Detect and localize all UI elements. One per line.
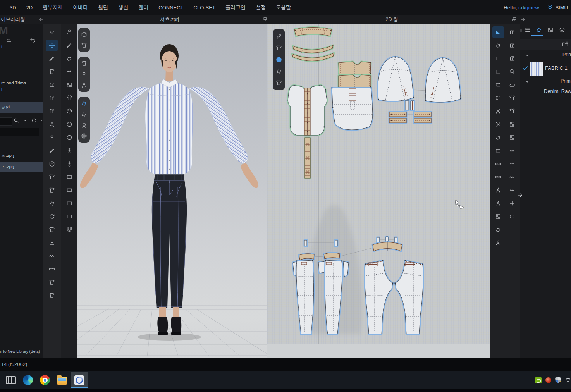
style-line-icon[interactable]: [46, 145, 58, 156]
taskbar-clo-3d[interactable]: [71, 372, 88, 388]
free-sewing-2d-icon[interactable]: [506, 40, 518, 51]
library-item[interactable]: re and Trims: [0, 80, 43, 86]
trace-pattern-icon[interactable]: [492, 132, 504, 143]
wifi-icon[interactable]: [565, 378, 571, 382]
fabric-section[interactable]: Prim: [520, 52, 571, 60]
windows-security-icon[interactable]: [555, 377, 561, 383]
unfold-pattern-icon[interactable]: [492, 53, 504, 64]
elastic-band-icon[interactable]: [506, 184, 518, 196]
pin-tack-icon[interactable]: [46, 132, 58, 143]
pattern-collar-curves[interactable]: [292, 45, 334, 64]
edit-sewing-icon[interactable]: [46, 105, 58, 117]
magnet-pin-icon[interactable]: [64, 224, 75, 236]
measure-vertical-icon[interactable]: [492, 158, 504, 170]
cloth-pattern-icon[interactable]: [492, 145, 504, 156]
collapse-caret-icon[interactable]: [526, 55, 529, 58]
fabric-name[interactable]: Denim_Raw: [544, 88, 571, 94]
edit-dart-icon[interactable]: [64, 40, 75, 51]
add-icon[interactable]: [17, 36, 24, 43]
edit-pattern-icon[interactable]: [492, 40, 504, 51]
menu-렌더[interactable]: 렌더: [133, 4, 153, 11]
rotate-fold-icon[interactable]: [46, 211, 58, 222]
detect-sewing-icon[interactable]: [506, 66, 518, 77]
fabric-row[interactable]: FABRIC 1: [520, 60, 571, 77]
make-dart-icon[interactable]: [64, 53, 75, 64]
colorway-icon[interactable]: [79, 40, 89, 50]
measure-curve-icon[interactable]: [46, 250, 58, 262]
text-style-icon[interactable]: [492, 198, 504, 209]
trim-a-icon[interactable]: [64, 171, 75, 183]
lift-pattern-icon[interactable]: [46, 237, 58, 249]
segment-sewing-icon[interactable]: [46, 79, 58, 91]
steam-fold-icon[interactable]: [506, 211, 518, 222]
pattern-tab-icon[interactable]: [546, 25, 555, 34]
render-style-icon[interactable]: [79, 29, 89, 40]
edit-sewing-2d-icon[interactable]: [506, 53, 518, 64]
filter-caret-icon[interactable]: [22, 117, 28, 124]
menu-2d[interactable]: 2D: [21, 5, 38, 10]
library-item[interactable]: l: [0, 87, 43, 93]
fabric-thickness-icon[interactable]: [79, 98, 89, 108]
library-item-selected[interactable]: 교안: [0, 102, 43, 113]
float-3d-window-icon[interactable]: [262, 17, 267, 22]
menu-아바타[interactable]: 아바타: [68, 4, 93, 11]
edit-curve-pen-icon[interactable]: [274, 31, 284, 41]
quilt-garment-icon[interactable]: [506, 132, 518, 143]
fabric-shell-icon[interactable]: [79, 109, 89, 119]
grab-garment-icon[interactable]: [506, 105, 518, 117]
pattern-on-avatar-icon[interactable]: [492, 237, 504, 249]
patch-add-icon[interactable]: [506, 198, 518, 209]
pattern-sleeve-right[interactable]: [425, 58, 461, 103]
library-item[interactable]: t: [0, 43, 43, 50]
fabric-swatch[interactable]: [530, 62, 543, 76]
pattern-sleeve-left[interactable]: [378, 57, 414, 101]
float-2d-window-icon[interactable]: [511, 17, 517, 22]
trim-c-icon[interactable]: [64, 198, 75, 209]
free-sewing-icon[interactable]: [46, 92, 58, 104]
rectangle-pattern-icon[interactable]: [492, 66, 504, 77]
check-icon[interactable]: [522, 65, 528, 71]
measure-garment-icon[interactable]: [46, 277, 58, 288]
select-move-icon[interactable]: [46, 40, 58, 51]
avatar-walk-icon[interactable]: [64, 26, 75, 38]
measure-horizontal-icon[interactable]: [492, 171, 504, 183]
texture-grid-icon[interactable]: [64, 79, 75, 91]
account-greeting[interactable]: Hello, crkginew: [504, 5, 539, 10]
divide-pattern-icon[interactable]: [492, 119, 504, 130]
segment-sewing-2d-icon[interactable]: [506, 26, 518, 38]
fabric-section-2[interactable]: Prima: [520, 78, 571, 86]
magnifier-red-icon[interactable]: [545, 377, 551, 383]
taskbar-edge[interactable]: [19, 372, 36, 388]
fold-fabric-icon[interactable]: [46, 198, 58, 209]
avatar-skin-icon[interactable]: [79, 120, 89, 130]
show-map-icon[interactable]: [79, 131, 89, 141]
library-filter-box[interactable]: [0, 128, 39, 136]
rounded-pattern-icon[interactable]: [492, 79, 504, 91]
button-icon[interactable]: [64, 105, 75, 117]
panel-drag-handle[interactable]: [518, 27, 523, 34]
avatar[interactable]: [80, 44, 258, 341]
show-garment-icon[interactable]: [79, 58, 89, 69]
pattern-yokes[interactable]: [339, 62, 371, 87]
taskbar-file-explorer[interactable]: [53, 372, 71, 388]
mesh-garment-icon[interactable]: [506, 119, 518, 130]
trim-tab-icon[interactable]: [569, 25, 571, 34]
show-base-pattern-icon[interactable]: [274, 78, 284, 88]
texture-garment-icon[interactable]: [64, 92, 75, 104]
back-arrow-icon[interactable]: [38, 17, 44, 22]
swap-fabric-icon[interactable]: [492, 224, 504, 236]
expand-panel-top-icon[interactable]: [520, 17, 525, 22]
simulate-button[interactable]: SIMU: [547, 4, 568, 10]
menu-원부자재[interactable]: 원부자재: [38, 4, 68, 11]
menu-3d[interactable]: 3D: [5, 5, 21, 10]
shirring-icon[interactable]: [506, 171, 518, 183]
viewport-2d[interactable]: [267, 24, 490, 358]
buttonhole-icon[interactable]: [64, 119, 75, 130]
zipper-puller-icon[interactable]: [64, 158, 75, 170]
zipper-icon[interactable]: [64, 145, 75, 156]
button-fastening-icon[interactable]: [64, 132, 75, 143]
show-trims-icon[interactable]: [79, 69, 89, 79]
fabric-tab-icon[interactable]: [534, 25, 543, 34]
show-pattern-icon[interactable]: [274, 43, 284, 53]
pattern-collar-band[interactable]: [294, 27, 332, 36]
